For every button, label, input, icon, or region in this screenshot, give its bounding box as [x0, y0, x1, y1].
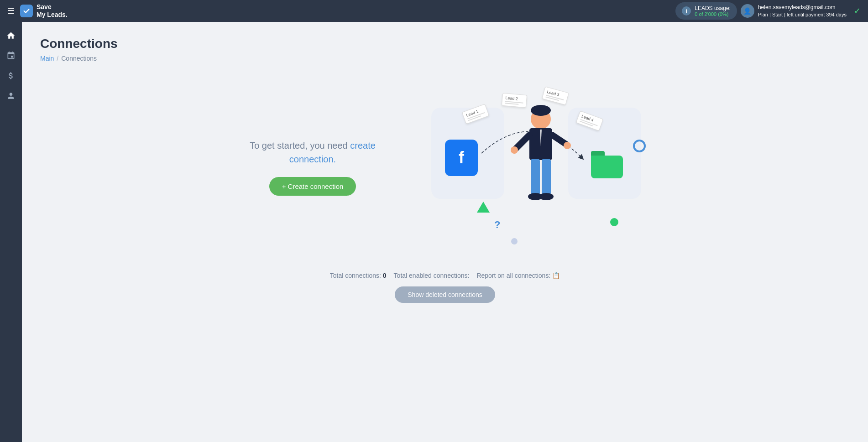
- logo: Save My Leads.: [20, 3, 68, 19]
- lead-paper-3: Lead 3: [542, 86, 569, 105]
- leads-label: LEADS usage:: [695, 5, 731, 11]
- sidebar-item-connections[interactable]: [3, 47, 19, 64]
- svg-point-2: [531, 105, 551, 116]
- page-title: Connections: [40, 36, 850, 51]
- check-icon: ✓: [854, 6, 861, 16]
- total-enabled-label: Total enabled connections:: [394, 272, 470, 279]
- sidebar: [0, 22, 22, 442]
- sidebar-item-home[interactable]: [3, 27, 19, 44]
- main-layout: Connections Main / Connections To get st…: [0, 22, 868, 442]
- green-folder: [591, 151, 623, 178]
- info-icon: i: [682, 6, 691, 16]
- topbar-right: i LEADS usage: 0 of 2'000 (0%) 👤 helen.s…: [675, 2, 861, 20]
- breadcrumb-current: Connections: [61, 55, 97, 62]
- svg-rect-10: [542, 159, 551, 195]
- dot-blue: [633, 140, 646, 152]
- show-deleted-button[interactable]: Show deleted connections: [395, 286, 495, 303]
- main-content: Connections Main / Connections To get st…: [22, 22, 868, 442]
- logo-text: Save My Leads.: [37, 3, 68, 19]
- total-connections-value: 0: [383, 272, 387, 279]
- total-connections-label: Total connections: 0: [330, 272, 387, 279]
- question-mark: ?: [494, 219, 500, 231]
- facebook-icon: f: [445, 140, 478, 176]
- sidebar-item-account[interactable]: [3, 88, 19, 104]
- topbar: ☰ Save My Leads. i LEADS usage: 0 of 2'0…: [0, 0, 868, 22]
- breadcrumb: Main / Connections: [40, 55, 850, 62]
- svg-point-7: [511, 146, 518, 154]
- hero-description: To get started, you need create connecti…: [240, 139, 386, 166]
- sidebar-item-billing[interactable]: [3, 68, 19, 84]
- logo-icon: [20, 5, 33, 17]
- breadcrumb-separator: /: [57, 55, 58, 62]
- leads-count: 0 of 2'000 (0%): [695, 11, 731, 17]
- dot-small: [511, 238, 518, 244]
- user-details: helen.savemyleads@gmail.com Plan | Start…: [758, 4, 847, 18]
- triangle-green: [477, 202, 490, 213]
- user-email: helen.savemyleads@gmail.com: [758, 4, 847, 11]
- person-illustration: [504, 103, 577, 231]
- illustration: Lead 1 Lead 2 Lead 3 Lead 4: [413, 80, 650, 254]
- svg-line-6: [552, 135, 566, 144]
- svg-point-12: [539, 193, 554, 200]
- menu-icon[interactable]: ☰: [7, 6, 15, 16]
- leads-usage: i LEADS usage: 0 of 2'000 (0%): [675, 2, 737, 20]
- user-info: 👤 helen.savemyleads@gmail.com Plan | Sta…: [741, 4, 861, 18]
- hero-section: To get started, you need create connecti…: [40, 80, 850, 254]
- user-plan: Plan | Start | left until payment 394 da…: [758, 11, 847, 18]
- svg-point-8: [564, 142, 571, 149]
- create-connection-button[interactable]: + Create connection: [269, 177, 356, 196]
- svg-line-5: [516, 135, 529, 149]
- stats-bar: Total connections: 0 Total enabled conne…: [40, 272, 850, 279]
- report-label: Report on all connections: 📋: [476, 272, 560, 279]
- topbar-left: ☰ Save My Leads.: [7, 3, 68, 19]
- dot-green: [610, 218, 618, 226]
- svg-rect-9: [531, 159, 540, 195]
- hero-text: To get started, you need create connecti…: [240, 139, 386, 196]
- avatar: 👤: [741, 4, 754, 18]
- breadcrumb-main[interactable]: Main: [40, 55, 54, 62]
